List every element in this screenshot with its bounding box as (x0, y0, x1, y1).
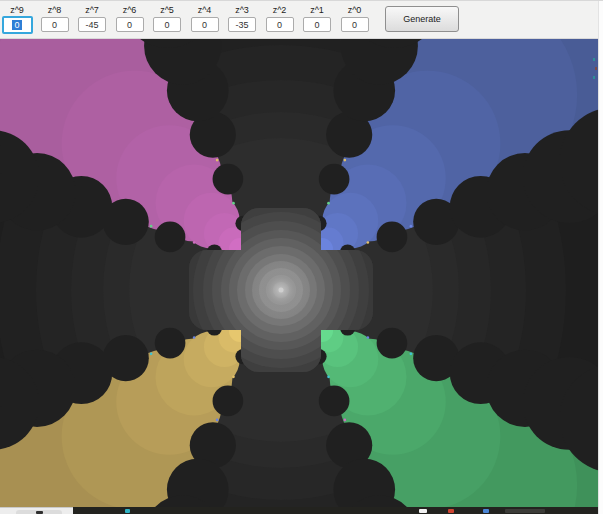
coeff-input-z1[interactable]: 0 (303, 17, 331, 32)
coeff-value-z7: -45 (85, 20, 98, 30)
coeff-label-z2: z^2 (273, 4, 287, 17)
coeff-value-z9: 0 (12, 20, 21, 30)
coeff-value-z8: 0 (52, 20, 57, 30)
taskbar-icon-0[interactable] (125, 509, 130, 513)
coeff-label-z1: z^1 (310, 4, 324, 17)
coeff-input-z9[interactable]: 0 (2, 16, 33, 34)
coeff-field-z9: z^90 (2, 4, 32, 34)
taskbar-icon-2[interactable] (448, 509, 454, 513)
coeff-input-z7[interactable]: -45 (78, 17, 106, 32)
window-right-edge (598, 1, 603, 514)
taskbar-left (0, 507, 73, 514)
coeff-input-z2[interactable]: 0 (266, 17, 294, 32)
generate-button[interactable]: Generate (385, 6, 459, 32)
coeff-label-z5: z^5 (160, 4, 174, 17)
taskbar-icon-1[interactable] (419, 509, 427, 513)
coeff-label-z4: z^4 (198, 4, 212, 17)
coeff-value-z0: 0 (352, 20, 357, 30)
coeff-value-z1: 0 (314, 20, 319, 30)
coeff-input-z8[interactable]: 0 (41, 17, 69, 32)
coeff-field-z4: z^40 (190, 4, 220, 34)
fractal-canvas (0, 39, 598, 507)
coeff-field-z2: z^20 (265, 4, 295, 34)
coeff-input-z3[interactable]: -35 (228, 17, 256, 32)
taskbar-strip (0, 507, 598, 514)
taskbar-icon-3[interactable] (483, 509, 489, 513)
coeff-label-z0: z^0 (348, 4, 362, 17)
coeff-value-z3: -35 (235, 20, 248, 30)
coeff-field-z8: z^80 (40, 4, 70, 34)
taskbar-right (73, 507, 598, 514)
coeff-field-z1: z^10 (302, 4, 332, 34)
coeff-field-z7: z^7-45 (77, 4, 107, 34)
coeff-label-z3: z^3 (235, 4, 249, 17)
coeff-value-z2: 0 (277, 20, 282, 30)
coeff-value-z6: 0 (127, 20, 132, 30)
coeff-input-z6[interactable]: 0 (116, 17, 144, 32)
coefficient-toolbar: z^90z^80z^7-45z^60z^50z^40z^3-35z^20z^10… (0, 1, 598, 39)
coeff-input-z4[interactable]: 0 (191, 17, 219, 32)
coeff-input-z0[interactable]: 0 (341, 17, 369, 32)
coeff-label-z7: z^7 (85, 4, 99, 17)
coeff-field-z5: z^50 (152, 4, 182, 34)
fractal-app-window: z^90z^80z^7-45z^60z^50z^40z^3-35z^20z^10… (0, 0, 603, 514)
coeff-field-z3: z^3-35 (227, 4, 257, 34)
coeff-label-z6: z^6 (123, 4, 137, 17)
coeff-fields: z^90z^80z^7-45z^60z^50z^40z^3-35z^20z^10… (0, 1, 377, 34)
coeff-value-z4: 0 (202, 20, 207, 30)
coeff-value-z5: 0 (164, 20, 169, 30)
coeff-input-z5[interactable]: 0 (153, 17, 181, 32)
taskbar-icon-4[interactable] (505, 509, 545, 513)
coeff-label-z8: z^8 (48, 4, 62, 17)
coeff-field-z0: z^00 (340, 4, 370, 34)
coeff-field-z6: z^60 (115, 4, 145, 34)
taskbar-widget[interactable] (16, 510, 62, 514)
